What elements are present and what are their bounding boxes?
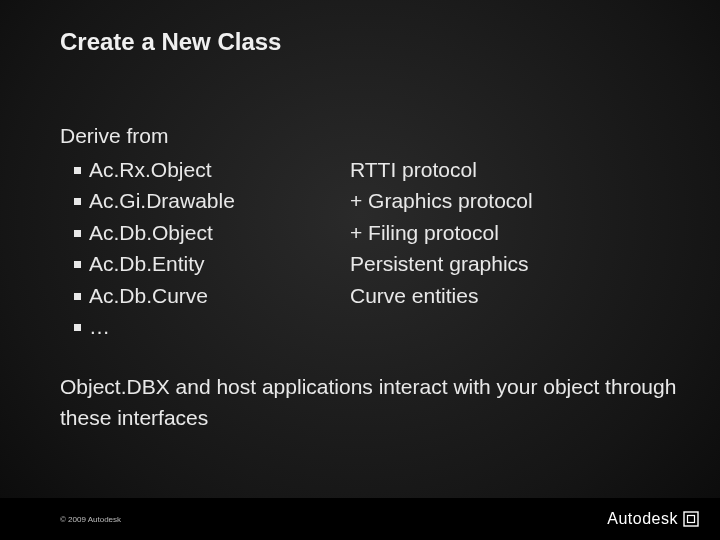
bullet-icon (74, 261, 81, 268)
derive-list: Ac.Rx.Object Ac.Gi.Drawable Ac.Db.Object… (60, 154, 350, 343)
list-item: Ac.Rx.Object (60, 154, 350, 186)
slide-body: Derive from Ac.Rx.Object Ac.Gi.Drawable … (60, 120, 680, 434)
bullet-icon (74, 324, 81, 331)
bullet-icon (74, 230, 81, 237)
list-item-label: Ac.Rx.Object (89, 154, 212, 186)
svg-rect-1 (688, 516, 695, 523)
list-item-desc: + Filing protocol (350, 217, 680, 249)
list-item: Ac.Gi.Drawable (60, 185, 350, 217)
svg-rect-0 (684, 512, 698, 526)
list-item-desc: + Graphics protocol (350, 185, 680, 217)
list-item-label: Ac.Db.Object (89, 217, 213, 249)
list-item-label: Ac.Db.Curve (89, 280, 208, 312)
list-item-desc: Curve entities (350, 280, 680, 312)
list-item-label: … (89, 311, 110, 343)
list-item: Ac.Db.Curve (60, 280, 350, 312)
footer: © 2009 Autodesk Autodesk (0, 498, 720, 540)
logo-text: Autodesk (607, 510, 678, 528)
slide: Create a New Class Derive from Ac.Rx.Obj… (0, 0, 720, 540)
logo-icon (682, 510, 700, 528)
derive-columns: Ac.Rx.Object Ac.Gi.Drawable Ac.Db.Object… (60, 154, 680, 343)
list-item-label: Ac.Gi.Drawable (89, 185, 235, 217)
list-item: Ac.Db.Object (60, 217, 350, 249)
list-item-label: Ac.Db.Entity (89, 248, 205, 280)
autodesk-logo: Autodesk (607, 510, 700, 528)
slide-title: Create a New Class (60, 28, 281, 56)
closing-text: Object.DBX and host applications interac… (60, 371, 680, 434)
bullet-icon (74, 167, 81, 174)
list-item-desc: Persistent graphics (350, 248, 680, 280)
derive-intro: Derive from (60, 120, 680, 152)
copyright: © 2009 Autodesk (60, 515, 121, 524)
bullet-icon (74, 198, 81, 205)
list-item: Ac.Db.Entity (60, 248, 350, 280)
list-item-desc: RTTI protocol (350, 154, 680, 186)
bullet-icon (74, 293, 81, 300)
list-item: … (60, 311, 350, 343)
derive-descriptions: RTTI protocol + Graphics protocol + Fili… (350, 154, 680, 343)
